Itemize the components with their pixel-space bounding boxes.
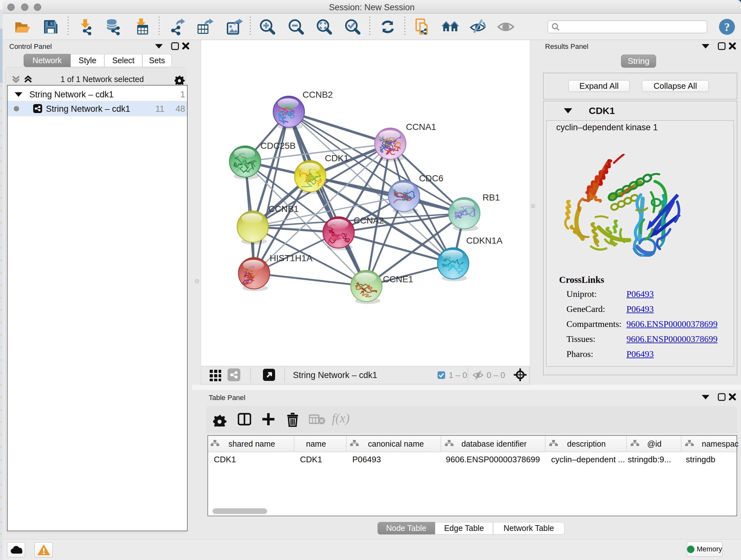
svg-text:HIST1H1A: HIST1H1A — [270, 253, 313, 263]
svg-text:CCNE1: CCNE1 — [383, 274, 413, 284]
svg-text:CCNB2: CCNB2 — [302, 90, 333, 100]
svg-text:CDK1: CDK1 — [325, 153, 349, 163]
svg-text:?: ? — [724, 21, 730, 34]
svg-text:CDC6: CDC6 — [419, 173, 443, 183]
svg-text:CDC25B: CDC25B — [260, 141, 295, 151]
svg-text:RB1: RB1 — [482, 192, 500, 202]
svg-text:CCNA1: CCNA1 — [406, 122, 436, 132]
svg-text:CCNB1: CCNB1 — [268, 204, 299, 214]
svg-text:CCNA2: CCNA2 — [354, 215, 384, 226]
svg-text:CDKN1A: CDKN1A — [466, 236, 502, 246]
